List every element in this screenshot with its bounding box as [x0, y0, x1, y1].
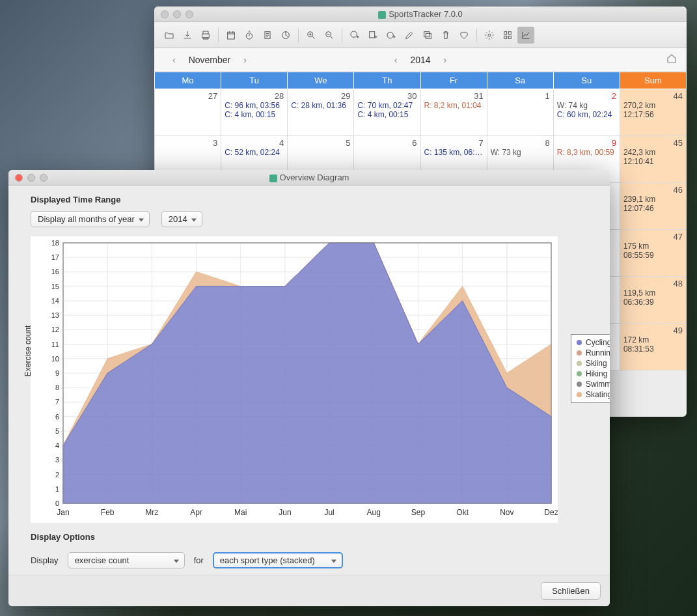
- dialog-title: Overview Diagram: [280, 173, 349, 182]
- sum-cell: 46239,1 km12:07:46: [620, 183, 686, 230]
- legend-swatch: [577, 350, 582, 356]
- copy-icon[interactable]: [419, 27, 436, 44]
- dialog-close-button[interactable]: [15, 174, 23, 182]
- calendar-icon[interactable]: [223, 27, 239, 44]
- svg-rect-9: [426, 33, 431, 38]
- svg-text:Apr: Apr: [190, 508, 202, 517]
- svg-rect-14: [504, 36, 507, 38]
- legend-label: Cycling: [586, 338, 610, 347]
- stopwatch-icon[interactable]: [241, 27, 258, 44]
- svg-text:Jun: Jun: [279, 508, 291, 517]
- day-header: Su: [553, 72, 620, 89]
- next-month-button[interactable]: ›: [238, 52, 252, 68]
- chart-area: Exercise count 0123456789101112131415161…: [31, 236, 588, 528]
- svg-text:4: 4: [55, 441, 59, 449]
- settings-icon[interactable]: [481, 27, 498, 44]
- day-cell[interactable]: 2W: 74 kgC: 60 km, 02:24: [553, 89, 620, 136]
- day-cell[interactable]: 1: [487, 89, 553, 136]
- svg-text:Jul: Jul: [324, 508, 334, 517]
- dialog-minimize-button[interactable]: [27, 174, 35, 182]
- save-icon[interactable]: [179, 27, 196, 44]
- day-header: Fr: [420, 72, 487, 89]
- calendar-entry: C: 28 km, 01:36: [291, 101, 350, 110]
- calendar-entry: R: 8,2 km, 01:04: [424, 101, 484, 110]
- grid-icon[interactable]: [499, 27, 516, 44]
- svg-rect-12: [504, 31, 507, 34]
- range-dropdown[interactable]: Display all months of year: [31, 211, 150, 227]
- calendar-entry: 12:07:46: [623, 204, 683, 213]
- day-cell[interactable]: 30C: 70 km, 02:47C: 4 km, 00:15: [354, 89, 420, 136]
- day-number: 4: [225, 138, 284, 148]
- overview-chart: 0123456789101112131415161718JanFebMrzApr…: [31, 236, 558, 523]
- calendar-entry: C: 96 km, 03:56: [225, 101, 284, 110]
- calendar-entry: C: 70 km, 02:47: [357, 101, 417, 110]
- heart-icon[interactable]: [456, 27, 472, 44]
- month-label: November: [189, 55, 231, 65]
- legend-item: Skating: [577, 389, 610, 400]
- overview-dialog: Overview Diagram Displayed Time Range Di…: [8, 170, 610, 606]
- display-dropdown[interactable]: exercise count: [68, 552, 185, 568]
- calendar-entry: 119,5 km: [623, 288, 683, 298]
- zoom-in-icon[interactable]: [303, 27, 320, 44]
- svg-text:3: 3: [55, 456, 59, 464]
- svg-text:Aug: Aug: [367, 508, 381, 517]
- svg-text:15: 15: [51, 283, 59, 290]
- minimize-window-button[interactable]: [173, 10, 181, 18]
- prev-year-button[interactable]: ‹: [389, 52, 403, 68]
- day-number: 47: [623, 232, 683, 242]
- svg-text:10: 10: [51, 355, 59, 363]
- day-cell[interactable]: 28C: 96 km, 03:56C: 4 km, 00:15: [221, 89, 288, 136]
- add-note-icon[interactable]: [364, 27, 381, 44]
- day-cell[interactable]: 27: [155, 89, 221, 136]
- close-button[interactable]: Schließen: [541, 582, 601, 600]
- svg-text:13: 13: [51, 311, 59, 319]
- legend-swatch: [577, 392, 582, 397]
- open-icon[interactable]: [161, 27, 178, 44]
- svg-point-6: [351, 31, 357, 37]
- day-header: Mo: [155, 72, 221, 89]
- print-icon[interactable]: [197, 27, 214, 44]
- calendar-entry: 175 km: [623, 242, 683, 251]
- next-year-button[interactable]: ›: [439, 52, 452, 68]
- day-number: 46: [623, 185, 683, 195]
- sum-cell: 45242,3 km12:10:41: [620, 136, 686, 183]
- day-cell[interactable]: 31R: 8,2 km, 01:04: [420, 89, 487, 136]
- zoom-out-icon[interactable]: [321, 27, 338, 44]
- svg-rect-13: [508, 31, 511, 34]
- chart-view-icon[interactable]: [517, 27, 534, 44]
- sum-cell: 47175 km08:55:59: [620, 230, 686, 277]
- svg-text:Jan: Jan: [57, 508, 69, 517]
- dialog-zoom-button[interactable]: [40, 174, 48, 182]
- svg-rect-15: [508, 36, 511, 38]
- svg-text:16: 16: [51, 268, 59, 275]
- year-dropdown[interactable]: 2014: [161, 211, 202, 227]
- day-number: 3: [158, 138, 217, 148]
- display-options-title: Display Options: [31, 532, 588, 542]
- add-exercise-icon[interactable]: [346, 27, 363, 44]
- legend-item: Swimming: [577, 379, 610, 389]
- legend-label: Running: [586, 348, 610, 357]
- svg-text:Feb: Feb: [101, 508, 115, 517]
- delete-icon[interactable]: [437, 27, 454, 44]
- day-number: 30: [357, 91, 417, 101]
- for-dropdown[interactable]: each sport type (stacked): [213, 552, 343, 568]
- home-icon[interactable]: [666, 53, 677, 66]
- prev-month-button[interactable]: ‹: [167, 52, 181, 68]
- calendar-entry: 06:36:39: [623, 298, 683, 307]
- note-icon[interactable]: [259, 27, 276, 44]
- calendar-entry: 08:31:53: [623, 344, 683, 354]
- edit-icon[interactable]: [401, 27, 418, 44]
- legend-label: Swimming: [586, 380, 610, 389]
- close-window-button[interactable]: [161, 10, 169, 18]
- day-cell[interactable]: 29C: 28 km, 01:36: [288, 89, 354, 136]
- sync-icon[interactable]: [277, 27, 294, 44]
- add-weight-icon[interactable]: [383, 27, 400, 44]
- svg-text:Mai: Mai: [234, 508, 247, 517]
- svg-text:2: 2: [55, 471, 59, 479]
- zoom-window-button[interactable]: [185, 10, 193, 18]
- day-header: Sa: [487, 72, 553, 89]
- legend-item: Hiking: [577, 369, 610, 379]
- day-number: 9: [557, 138, 616, 148]
- day-number: 31: [424, 91, 484, 101]
- day-header: Th: [354, 72, 420, 89]
